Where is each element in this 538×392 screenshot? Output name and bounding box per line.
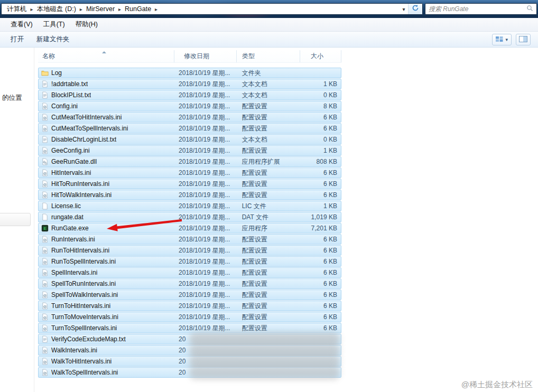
column-header-type[interactable]: 类型 xyxy=(237,50,300,62)
file-row[interactable]: Log2018/10/19 星期...文件夹 xyxy=(38,68,341,78)
file-name-cell: DisableChrLoginList.txt xyxy=(39,135,174,144)
breadcrumb-item[interactable]: 计算机 xyxy=(4,5,30,14)
file-row[interactable]: SpellToWalkIntervals.ini2018/10/19 星期...… xyxy=(38,290,341,300)
file-size-cell: 7,201 KB xyxy=(300,223,341,233)
file-row[interactable]: HitToWalkIntervals.ini2018/10/19 星期...配置… xyxy=(38,190,341,200)
file-row[interactable]: TurnToHitIntervals.ini2018/10/19 星期...配置… xyxy=(38,301,341,311)
ini-icon xyxy=(41,236,49,243)
change-view-button[interactable]: ▾ xyxy=(492,34,512,45)
menu-item[interactable]: 查看(V) xyxy=(5,18,38,31)
file-row[interactable]: TurnToMoveIntervals.ini2018/10/19 星期...配… xyxy=(38,312,341,322)
file-row[interactable]: RunToSpellIntervals.ini2018/10/19 星期...配… xyxy=(38,256,341,267)
breadcrumb-item[interactable]: RunGate xyxy=(122,5,154,13)
breadcrumb-separator-icon[interactable]: ▸ xyxy=(118,6,122,12)
preview-pane-button[interactable] xyxy=(516,34,531,45)
file-row[interactable]: DisableChrLoginList.txt2018/10/19 星期...文… xyxy=(38,134,341,145)
refresh-button[interactable] xyxy=(408,4,422,14)
ini-icon xyxy=(41,302,49,310)
file-name-cell: RunToSpellIntervals.ini xyxy=(39,257,174,266)
file-row[interactable]: SpellIntervals.ini2018/10/19 星期...配置设置6 … xyxy=(38,267,341,278)
file-size-cell: 1 KB xyxy=(300,146,341,155)
dll-icon xyxy=(41,158,49,165)
file-size-cell: 1 KB xyxy=(300,79,341,89)
file-row[interactable]: HitToRunIntervals.ini2018/10/19 星期...配置设… xyxy=(38,179,341,189)
file-name-cell: Config.ini xyxy=(39,101,174,111)
file-type-cell xyxy=(237,334,300,344)
toolbar-button[interactable]: 打开 xyxy=(4,33,30,46)
search-input[interactable]: 搜索 RunGate xyxy=(425,3,537,15)
file-row[interactable]: rungate.dat2018/10/19 星期...DAT 文件1,019 K… xyxy=(38,212,341,222)
file-date-cell: 2018/10/19 星期... xyxy=(174,124,237,133)
file-name: !addrtable.txt xyxy=(51,79,88,89)
sidebar-item-highlight[interactable] xyxy=(0,213,31,226)
address-bar: 计算机▸本地磁盘 (D:)▸MirServer▸RunGate▸ ▾ 搜索 Ru… xyxy=(0,0,538,18)
file-row[interactable]: WalkIntervals.ini20 xyxy=(38,345,341,356)
file-date-cell: 20 xyxy=(174,357,237,366)
file-size-cell: 6 KB xyxy=(300,323,341,333)
file-row[interactable]: CutMeatToSpellIntervals.ini2018/10/19 星期… xyxy=(38,123,341,134)
file-name-cell: WalkToSpellIntervals.ini xyxy=(39,368,174,377)
file-type-cell: 文本文档 xyxy=(237,79,300,89)
file-row[interactable]: TurnToSpellIntervals.ini2018/10/19 星期...… xyxy=(38,323,341,333)
breadcrumb-separator-icon[interactable]: ▸ xyxy=(79,6,83,12)
file-row[interactable]: WalkToSpellIntervals.ini20 xyxy=(38,367,341,378)
file-type-cell: 配置设置 xyxy=(237,235,300,244)
breadcrumb-separator-icon[interactable]: ▸ xyxy=(30,6,34,12)
sidebar-item-recent-places[interactable]: 的位置 xyxy=(2,94,22,102)
file-date-cell: 2018/10/19 星期... xyxy=(174,190,237,200)
pane-divider xyxy=(34,48,34,392)
file-row[interactable]: License.lic2018/10/19 星期...LIC 文件1 KB xyxy=(38,201,341,211)
file-row[interactable]: HitIntervals.ini2018/10/19 星期...配置设置6 KB xyxy=(38,167,341,178)
preview-pane-icon xyxy=(519,35,527,44)
file-row[interactable]: RunIntervals.ini2018/10/19 星期...配置设置6 KB xyxy=(38,234,341,245)
file-row[interactable]: BlockIPList.txt2018/10/19 星期...文本文档0 KB xyxy=(38,90,341,100)
file-name-cell: RunToHitIntervals.ini xyxy=(39,246,174,255)
file-row[interactable]: ERunGate.exe2018/10/19 星期...应用程序7,201 KB xyxy=(38,223,341,234)
file-row[interactable]: WalkToHitIntervals.ini20 xyxy=(38,356,341,367)
file-name: TurnToHitIntervals.ini xyxy=(51,301,110,311)
file-row[interactable]: Config.ini2018/10/19 星期...配置设置8 KB xyxy=(38,101,341,111)
menu-item[interactable]: 工具(T) xyxy=(38,18,70,31)
file-row[interactable]: SpellToRunIntervals.ini2018/10/19 星期...配… xyxy=(38,278,341,289)
file-date-cell: 2018/10/19 星期... xyxy=(174,168,237,178)
file-row[interactable]: VerifyCodeExcludeMap.txt20 xyxy=(38,334,341,344)
file-row[interactable]: GeeRunGate.dll2018/10/19 星期...应用程序扩展808 … xyxy=(38,156,341,167)
breadcrumb[interactable]: 计算机▸本地磁盘 (D:)▸MirServer▸RunGate▸ ▾ xyxy=(1,3,423,15)
file-name: License.lic xyxy=(51,201,81,211)
file-date-cell: 2018/10/19 星期... xyxy=(174,290,237,300)
file-type-cell: 配置设置 xyxy=(237,124,300,133)
file-date-cell: 2018/10/19 星期... xyxy=(174,201,237,211)
file-date-cell: 2018/10/19 星期... xyxy=(174,79,237,89)
file-row[interactable]: GeeConfig.ini2018/10/19 星期...配置设置1 KB xyxy=(38,145,341,156)
file-name-cell: TurnToMoveIntervals.ini xyxy=(39,312,174,322)
ini-icon xyxy=(41,324,49,332)
file-icon xyxy=(41,213,49,221)
file-date-cell: 2018/10/19 星期... xyxy=(174,135,237,144)
breadcrumb-dropdown-icon[interactable]: ▾ xyxy=(400,6,408,12)
column-header-name[interactable]: 名称 xyxy=(38,50,174,62)
file-size-cell: 1 KB xyxy=(300,201,341,211)
file-size-cell: 6 KB xyxy=(300,279,341,288)
file-row[interactable]: CutMeatToHitIntervals.ini2018/10/19 星期..… xyxy=(38,112,341,123)
file-date-cell: 2018/10/19 星期... xyxy=(174,235,237,244)
column-header-date[interactable]: 修改日期 xyxy=(174,50,237,62)
breadcrumb-item[interactable]: 本地磁盘 (D:) xyxy=(34,5,79,14)
file-size-cell: 6 KB xyxy=(300,312,341,322)
file-row[interactable]: RunToHitIntervals.ini2018/10/19 星期...配置设… xyxy=(38,245,341,256)
file-name-cell: TurnToHitIntervals.ini xyxy=(39,301,174,311)
toolbar-button[interactable]: 新建文件夹 xyxy=(30,33,76,46)
ini-icon xyxy=(41,102,49,110)
file-type-cell: 配置设置 xyxy=(237,268,300,277)
file-type-cell: 配置设置 xyxy=(237,290,300,300)
file-type-cell xyxy=(237,368,300,377)
file-name-cell: !addrtable.txt xyxy=(39,79,174,89)
file-row[interactable]: !addrtable.txt2018/10/19 星期...文本文档1 KB xyxy=(38,79,341,89)
column-header-size[interactable]: 大小 xyxy=(300,50,341,62)
file-name: RunToHitIntervals.ini xyxy=(51,246,109,255)
breadcrumb-item[interactable]: MirServer xyxy=(83,5,118,13)
file-date-cell: 2018/10/19 星期... xyxy=(174,146,237,155)
menu-item[interactable]: 帮助(H) xyxy=(70,18,103,31)
text-icon xyxy=(41,335,49,343)
breadcrumb-separator-icon[interactable]: ▸ xyxy=(154,6,158,12)
file-name-cell: ERunGate.exe xyxy=(39,223,174,233)
